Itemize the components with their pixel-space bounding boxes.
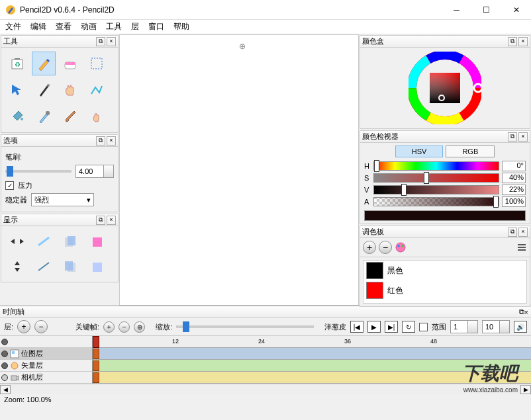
undock-icon[interactable]: ⧉ <box>519 308 524 316</box>
loop-button[interactable]: ↻ <box>402 321 415 333</box>
layer-row[interactable]: 相机层 <box>0 372 92 384</box>
visibility-toggle[interactable] <box>1 374 8 381</box>
val-value[interactable]: 22% <box>502 185 526 195</box>
sat-slider[interactable] <box>373 173 499 183</box>
remove-layer-button[interactable]: − <box>34 320 48 333</box>
stabilizer-combo[interactable]: 强烈 <box>31 193 94 206</box>
pressure-checkbox[interactable]: ✓ <box>5 181 14 190</box>
first-frame-button[interactable]: |◀ <box>350 321 363 333</box>
timeline-ruler[interactable]: 12 24 36 48 <box>93 336 531 348</box>
brush-size-slider[interactable] <box>5 170 72 173</box>
duplicate-keyframe-button[interactable]: ⊕ <box>134 321 145 333</box>
hue-value[interactable]: 0° <box>502 161 526 171</box>
alpha-value[interactable]: 100% <box>502 196 526 207</box>
hand-tool[interactable] <box>58 78 82 102</box>
brush-tool[interactable] <box>58 105 82 128</box>
list-view-icon[interactable] <box>516 243 527 252</box>
undock-icon[interactable]: ⧉ <box>508 132 517 142</box>
close-icon[interactable]: × <box>518 228 528 237</box>
menu-edit[interactable]: 编辑 <box>30 21 46 32</box>
layer-row[interactable]: 矢量层 <box>0 360 92 372</box>
timeline-zoom-slider[interactable] <box>176 325 314 328</box>
menu-help[interactable]: 帮助 <box>173 21 189 32</box>
eyedropper-tool[interactable] <box>32 105 56 128</box>
thin-lines-button[interactable] <box>32 230 56 253</box>
keyframe[interactable] <box>93 360 99 371</box>
range-checkbox[interactable] <box>419 323 428 331</box>
range-end-spinbox[interactable]: 10 <box>482 320 510 333</box>
close-button[interactable]: ✕ <box>501 0 531 20</box>
timeline-scrollbar[interactable]: ◀ ▶ <box>0 384 531 394</box>
undock-icon[interactable]: ⧉ <box>96 136 105 146</box>
hue-slider[interactable] <box>373 161 499 171</box>
close-icon[interactable]: × <box>107 37 116 46</box>
swatch-item[interactable]: 黑色 <box>363 261 526 280</box>
alpha-slider[interactable] <box>373 197 499 206</box>
close-icon[interactable]: × <box>524 308 528 316</box>
close-icon[interactable]: × <box>107 216 116 225</box>
undock-icon[interactable]: ⧉ <box>508 37 517 46</box>
onion-prev-button[interactable] <box>58 230 82 253</box>
close-icon[interactable]: × <box>107 136 116 146</box>
timeline-track[interactable] <box>93 372 531 384</box>
add-keyframe-button[interactable]: + <box>103 321 115 333</box>
close-icon[interactable]: × <box>518 132 528 142</box>
eraser-tool[interactable] <box>58 52 82 75</box>
pen-tool[interactable] <box>32 78 56 102</box>
smudge-tool[interactable] <box>85 105 109 128</box>
svg-point-28 <box>401 245 404 247</box>
swatch-item[interactable]: 红色 <box>363 280 526 300</box>
sat-value[interactable]: 40% <box>502 173 526 183</box>
clear-tool[interactable]: ♻ <box>5 52 29 75</box>
timeline-track[interactable] <box>93 348 531 360</box>
close-icon[interactable]: × <box>518 37 528 46</box>
menu-view[interactable]: 查看 <box>56 21 72 32</box>
maximize-button[interactable]: ☐ <box>471 0 501 20</box>
pencil-tool[interactable] <box>32 52 56 75</box>
scroll-left-icon[interactable]: ◀ <box>0 385 11 394</box>
visibility-toggle[interactable] <box>1 351 8 357</box>
onion-prev-color-button[interactable] <box>85 230 109 253</box>
val-slider[interactable] <box>373 185 499 194</box>
scroll-right-icon[interactable]: ▶ <box>520 385 531 394</box>
remove-color-button[interactable]: − <box>379 241 392 254</box>
last-frame-button[interactable]: ▶| <box>385 321 398 333</box>
menu-tools[interactable]: 工具 <box>106 21 122 32</box>
play-button[interactable]: ▶ <box>367 321 381 333</box>
minimize-button[interactable]: ─ <box>442 0 471 20</box>
canvas[interactable]: ⊕ <box>119 34 359 306</box>
timeline-track[interactable] <box>93 360 531 372</box>
palette-icon[interactable] <box>395 241 407 253</box>
onion-next-button[interactable] <box>58 255 82 278</box>
rgb-mode-button[interactable]: RGB <box>446 146 495 157</box>
add-layer-button[interactable]: + <box>17 320 30 333</box>
bucket-tool[interactable] <box>5 105 29 128</box>
undock-icon[interactable]: ⧉ <box>96 37 105 46</box>
mirror-v-button[interactable] <box>5 255 29 278</box>
menu-animation[interactable]: 动画 <box>81 21 97 32</box>
sound-button[interactable]: 🔊 <box>514 321 527 333</box>
layer-row[interactable]: 位图层 <box>0 348 92 360</box>
keyframe[interactable] <box>93 349 99 359</box>
outlines-button[interactable] <box>32 255 56 278</box>
polyline-tool[interactable] <box>85 78 109 102</box>
brush-size-spinbox[interactable]: 4.00 <box>75 165 114 178</box>
move-tool[interactable] <box>5 78 29 102</box>
menu-layer[interactable]: 层 <box>131 21 139 32</box>
keyframe[interactable] <box>93 372 99 383</box>
range-start-spinbox[interactable]: 1 <box>450 320 478 333</box>
remove-keyframe-button[interactable]: − <box>119 321 130 333</box>
menu-window[interactable]: 窗口 <box>148 21 164 32</box>
hsv-mode-button[interactable]: HSV <box>395 146 444 157</box>
undock-icon[interactable]: ⧉ <box>96 216 105 225</box>
color-wheel[interactable] <box>360 48 530 128</box>
onion-next-color-button[interactable] <box>85 255 109 278</box>
mirror-h-button[interactable] <box>5 230 29 253</box>
visibility-toggle[interactable] <box>1 362 8 369</box>
add-color-button[interactable]: + <box>363 241 376 254</box>
menu-file[interactable]: 文件 <box>5 21 21 32</box>
select-tool[interactable] <box>85 52 109 75</box>
undock-icon[interactable]: ⧉ <box>508 228 517 237</box>
playhead[interactable] <box>93 336 99 348</box>
visibility-toggle-all[interactable] <box>1 339 8 345</box>
